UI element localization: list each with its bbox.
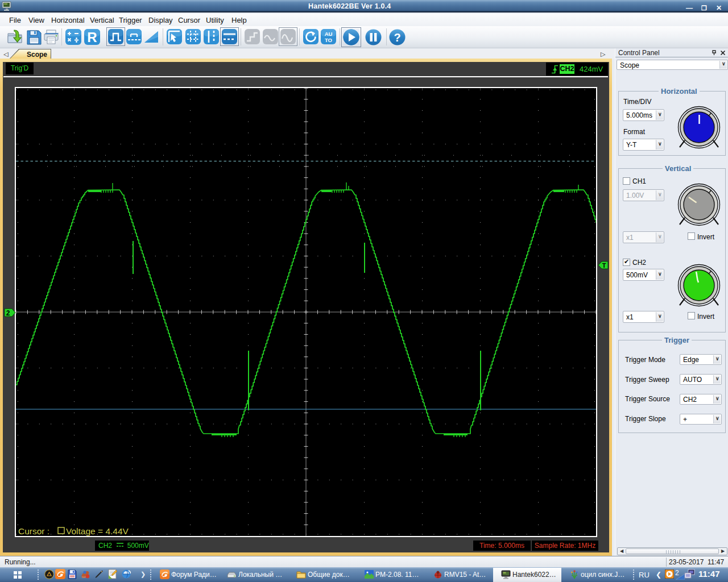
svg-text:2: 2 (6, 309, 10, 317)
svg-text:Voltage = 4.44V: Voltage = 4.44V (66, 526, 129, 536)
svg-text:T: T (602, 262, 606, 269)
svg-text:R: R (87, 30, 97, 45)
svg-text:TO: TO (325, 37, 332, 43)
svg-text:?: ? (394, 31, 400, 44)
svg-text:Cursor :: Cursor : (18, 526, 49, 536)
svg-text:AU: AU (325, 31, 333, 37)
